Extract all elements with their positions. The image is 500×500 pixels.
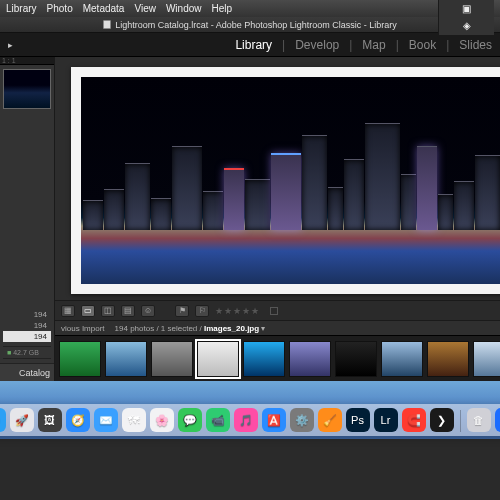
dock-magnet-icon[interactable]: 🧲 bbox=[402, 408, 426, 432]
dock-ps-icon[interactable]: Ps bbox=[346, 408, 370, 432]
filmstrip-thumb[interactable] bbox=[197, 341, 239, 377]
filmstrip-thumb[interactable] bbox=[105, 341, 147, 377]
loupe-toolbar: ▦ ▭ ◫ ▤ ☺ ⚑ ⚐ ★★★★★ Sort bbox=[55, 300, 500, 320]
module-library[interactable]: Library bbox=[235, 38, 272, 52]
filmstrip-infobar: vious Import 194 photos / 1 selected / I… bbox=[55, 320, 500, 335]
filmstrip-thumb[interactable] bbox=[59, 341, 101, 377]
color-label-button[interactable] bbox=[270, 307, 278, 315]
dock-settings-icon[interactable]: ⚙️ bbox=[290, 408, 314, 432]
dock-appstore-icon[interactable]: 🅰️ bbox=[262, 408, 286, 432]
filmstrip-thumb[interactable] bbox=[243, 341, 285, 377]
document-icon bbox=[103, 20, 111, 29]
navigator-zoom-label[interactable]: 1 : 1 bbox=[0, 57, 54, 65]
dock-mail-icon[interactable]: ✉️ bbox=[94, 408, 118, 432]
loupe-view-button[interactable]: ▭ bbox=[81, 305, 95, 317]
workspace: 1 : 1 194 194 194 ■ 42.7 GB Catalog bbox=[0, 57, 500, 381]
module-map[interactable]: Map bbox=[362, 38, 385, 52]
flag-pick-button[interactable]: ⚑ bbox=[175, 305, 189, 317]
dock-terminal-icon[interactable]: ❯ bbox=[430, 408, 454, 432]
menubar-extra-icon[interactable]: ▣ bbox=[461, 3, 473, 14]
center-area: ▦ ▭ ◫ ▤ ☺ ⚑ ⚐ ★★★★★ Sort vious Import 19… bbox=[55, 57, 500, 381]
dock-lr-icon[interactable]: Lr bbox=[374, 408, 398, 432]
source-label[interactable]: vious Import bbox=[61, 324, 105, 333]
dropbox-icon[interactable]: ◈ bbox=[461, 20, 473, 31]
menu-view[interactable]: View bbox=[134, 3, 156, 14]
storage-label: ■ 42.7 GB bbox=[3, 346, 51, 359]
module-bar: ▸ Library | Develop | Map | Book | Slide… bbox=[0, 33, 500, 57]
menu-library[interactable]: Library bbox=[6, 3, 37, 14]
dock-trash-icon[interactable]: 🗑 bbox=[467, 408, 491, 432]
window-title: Lightroom Catalog.lrcat - Adobe Photosho… bbox=[115, 20, 397, 30]
photo-city-skyline-night bbox=[81, 77, 500, 284]
dock-preview-icon[interactable]: 🖼 bbox=[38, 408, 62, 432]
navigator-thumbnail[interactable] bbox=[3, 69, 51, 109]
dock-messages-icon[interactable]: 💬 bbox=[178, 408, 202, 432]
filmstrip-thumb[interactable] bbox=[381, 341, 423, 377]
dock: 😀🚀🖼🧭✉️🗺🌸💬📹🎵🅰️⚙️🧹PsLr🧲❯🗑① bbox=[0, 404, 500, 436]
dock-maps-icon[interactable]: 🗺 bbox=[122, 408, 146, 432]
dock-finder-icon[interactable]: 😀 bbox=[0, 408, 6, 432]
menu-window[interactable]: Window bbox=[166, 3, 202, 14]
window-titlebar: Lightroom Catalog.lrcat - Adobe Photosho… bbox=[0, 17, 500, 33]
dock-facetime-icon[interactable]: 📹 bbox=[206, 408, 230, 432]
filmstrip-thumb[interactable] bbox=[335, 341, 377, 377]
menu-photo[interactable]: Photo bbox=[47, 3, 73, 14]
filmstrip-thumb[interactable] bbox=[289, 341, 331, 377]
module-slideshow[interactable]: Slides bbox=[459, 38, 492, 52]
dock-1password-icon[interactable]: ① bbox=[495, 408, 501, 432]
catalog-row-selected[interactable]: 194 bbox=[3, 331, 51, 342]
survey-view-button[interactable]: ▤ bbox=[121, 305, 135, 317]
module-book[interactable]: Book bbox=[409, 38, 436, 52]
filmstrip-thumb[interactable] bbox=[151, 341, 193, 377]
dock-safari-icon[interactable]: 🧭 bbox=[66, 408, 90, 432]
photo-frame bbox=[71, 67, 500, 294]
people-view-button[interactable]: ☺ bbox=[141, 305, 155, 317]
selection-count: 194 photos / 1 selected / Images_20.jpg … bbox=[115, 324, 266, 333]
mac-menubar: Library Photo Metadata View Window Help … bbox=[0, 0, 500, 17]
catalog-header[interactable]: Catalog bbox=[0, 363, 54, 381]
dock-separator bbox=[460, 410, 461, 432]
module-develop[interactable]: Develop bbox=[295, 38, 339, 52]
catalog-row-2[interactable]: 194 bbox=[3, 320, 51, 331]
desktop-background: 😀🚀🖼🧭✉️🗺🌸💬📹🎵🅰️⚙️🧹PsLr🧲❯🗑① bbox=[0, 381, 500, 439]
menu-metadata[interactable]: Metadata bbox=[83, 3, 125, 14]
dock-launchpad-icon[interactable]: 🚀 bbox=[10, 408, 34, 432]
filmstrip[interactable] bbox=[55, 335, 500, 381]
catalog-row-1[interactable]: 194 bbox=[3, 309, 51, 320]
identity-plate-toggle-icon[interactable]: ▸ bbox=[8, 40, 13, 50]
dock-itunes-icon[interactable]: 🎵 bbox=[234, 408, 258, 432]
loupe-viewer[interactable] bbox=[55, 57, 500, 300]
dock-photos-icon[interactable]: 🌸 bbox=[150, 408, 174, 432]
grid-view-button[interactable]: ▦ bbox=[61, 305, 75, 317]
filmstrip-thumb[interactable] bbox=[473, 341, 500, 377]
rating-stars[interactable]: ★★★★★ bbox=[215, 306, 260, 316]
dock-clean-icon[interactable]: 🧹 bbox=[318, 408, 342, 432]
flag-reject-button[interactable]: ⚐ bbox=[195, 305, 209, 317]
left-panel: 1 : 1 194 194 194 ■ 42.7 GB Catalog bbox=[0, 57, 55, 381]
filmstrip-thumb[interactable] bbox=[427, 341, 469, 377]
compare-view-button[interactable]: ◫ bbox=[101, 305, 115, 317]
menu-help[interactable]: Help bbox=[212, 3, 233, 14]
